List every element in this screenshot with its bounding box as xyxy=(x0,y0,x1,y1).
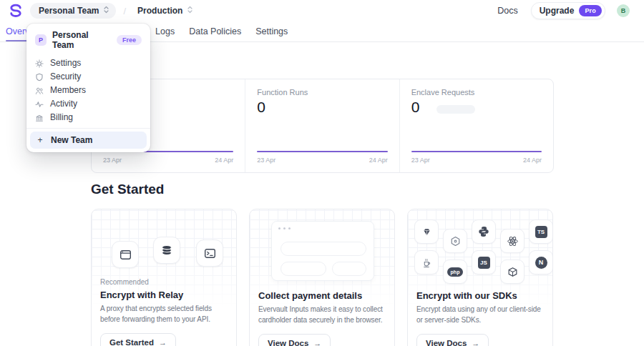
button-label: View Docs xyxy=(426,339,467,346)
menu-item-label: Members xyxy=(50,86,86,95)
view-docs-button[interactable]: View Docs → xyxy=(258,334,331,346)
axis-label-end: 24 Apr xyxy=(215,157,233,164)
card-description: A proxy that encrypts selected fields be… xyxy=(100,303,228,325)
react-icon xyxy=(500,229,525,253)
docs-link[interactable]: Docs xyxy=(497,6,517,16)
team-switcher[interactable]: Personal Team xyxy=(30,3,116,19)
metric-title: Enclave Requests xyxy=(411,88,542,97)
shield-icon xyxy=(35,73,44,81)
axis-label-start: 23 Apr xyxy=(103,157,122,164)
menu-item-new-team[interactable]: + New Team xyxy=(30,132,147,149)
top-bar: Personal Team / Production Docs Upgrade … xyxy=(0,0,644,21)
metric-column-enclave-requests: Enclave Requests 0 23 Apr 24 Apr xyxy=(399,79,553,172)
menu-item-activity[interactable]: Activity xyxy=(26,97,150,111)
card-encrypt-with-sdks: TS php JS N Encrypt with ou xyxy=(407,209,553,346)
tab-logs[interactable]: Logs xyxy=(155,21,175,41)
metric-title: Function Runs xyxy=(257,88,387,97)
free-plan-badge: Free xyxy=(117,35,142,45)
menu-item-label: Activity xyxy=(50,99,77,109)
terminal-icon xyxy=(196,239,223,267)
recommended-badge: Recommended xyxy=(100,278,228,286)
menu-item-members[interactable]: Members xyxy=(26,84,150,97)
metric-column-function-runs: Function Runs 0 23 Apr 24 Apr xyxy=(245,79,399,172)
team-menu-items: Settings Security Members Activity xyxy=(26,55,150,126)
browser-icon xyxy=(112,241,139,268)
get-started-button[interactable]: Get Started → xyxy=(100,333,176,346)
card-title: Encrypt with our SDKs xyxy=(416,290,544,301)
bank-icon xyxy=(35,114,44,122)
java-icon xyxy=(414,250,439,275)
menu-item-settings[interactable]: Settings xyxy=(26,56,150,70)
nextjs-badge-label: N xyxy=(535,257,547,269)
axis-label-end: 24 Apr xyxy=(369,157,388,164)
inputs-preview-window xyxy=(271,221,374,281)
button-label: View Docs xyxy=(268,339,308,346)
pro-badge: Pro xyxy=(579,5,602,16)
arrow-right-icon: → xyxy=(159,338,167,346)
node-icon xyxy=(443,229,467,253)
evervault-stack-icon xyxy=(153,237,180,264)
menu-item-billing[interactable]: Billing xyxy=(26,111,150,124)
menu-item-label: Security xyxy=(50,72,81,81)
environment-label: Production xyxy=(137,6,182,16)
team-menu-header[interactable]: P Personal Team Free xyxy=(26,24,150,55)
breadcrumb-slash: / xyxy=(122,6,127,16)
sparkline xyxy=(411,151,542,152)
new-team-label: New Team xyxy=(51,135,92,145)
metrics-card: 23 Apr 24 Apr Function Runs 0 23 Apr 24 … xyxy=(91,79,554,173)
arrow-right-icon: → xyxy=(313,339,321,346)
button-label: Get Started xyxy=(109,338,154,346)
card-title: Collect payment details xyxy=(258,290,386,301)
upgrade-button[interactable]: Upgrade Pro xyxy=(531,2,605,19)
team-name: Personal Team xyxy=(52,30,111,50)
javascript-icon: JS xyxy=(472,250,496,275)
skeleton-pill xyxy=(436,105,475,114)
card-encrypt-with-relay: Recommended Encrypt with Relay A proxy t… xyxy=(91,209,237,346)
card-number-field-mock xyxy=(280,242,366,256)
evervault-logo xyxy=(9,4,23,18)
metric-value: 0 xyxy=(411,99,420,115)
chevron-updown-icon xyxy=(187,6,193,16)
metric-value: 0 xyxy=(257,99,265,115)
axis-label-start: 23 Apr xyxy=(257,157,275,164)
menu-item-security[interactable]: Security xyxy=(26,70,150,84)
view-docs-button[interactable]: View Docs → xyxy=(416,334,489,346)
tab-data-policies[interactable]: Data Policies xyxy=(189,21,241,41)
php-icon: php xyxy=(443,260,467,284)
php-badge-label: php xyxy=(447,267,463,277)
card-title: Encrypt with Relay xyxy=(100,290,228,300)
cvc-field-mock xyxy=(332,262,366,276)
go-icon xyxy=(500,260,525,284)
get-started-cards: Recommended Encrypt with Relay A proxy t… xyxy=(91,209,553,346)
window-dots xyxy=(278,227,291,229)
axis-label-end: 24 Apr xyxy=(523,157,542,164)
ruby-icon xyxy=(414,219,439,244)
gear-icon xyxy=(35,59,44,68)
team-switcher-label: Personal Team xyxy=(39,6,99,16)
expiry-field-mock xyxy=(280,262,326,276)
team-menu: P Personal Team Free Settings Security xyxy=(26,24,150,152)
typescript-badge-label: TS xyxy=(535,226,547,238)
team-avatar: P xyxy=(35,34,47,46)
sdk-icon-grid: TS php JS N xyxy=(408,209,552,290)
nextjs-icon: N xyxy=(529,250,553,275)
arrow-right-icon: → xyxy=(472,339,479,346)
typescript-icon: TS xyxy=(529,219,553,244)
menu-divider xyxy=(26,128,150,129)
card-description: Evervault Inputs makes it easy to collec… xyxy=(258,304,386,325)
people-icon xyxy=(35,86,44,95)
javascript-badge-label: JS xyxy=(478,257,490,269)
menu-item-label: Settings xyxy=(50,59,81,68)
get-started-heading: Get Started xyxy=(91,182,164,197)
pulse-icon xyxy=(35,100,44,109)
plus-icon: + xyxy=(36,135,44,145)
upgrade-label: Upgrade xyxy=(540,6,575,16)
card-collect-payment-details: Collect payment details Evervault Inputs… xyxy=(249,209,395,346)
dashboard-page: Personal Team / Production Docs Upgrade … xyxy=(0,0,644,346)
user-avatar[interactable]: B xyxy=(617,4,630,17)
sparkline xyxy=(257,151,387,152)
tab-settings[interactable]: Settings xyxy=(255,21,288,41)
card-description: Encrypt data using any of our client-sid… xyxy=(416,304,544,325)
environment-switcher[interactable]: Production xyxy=(133,3,197,19)
chevron-updown-icon xyxy=(103,6,109,16)
